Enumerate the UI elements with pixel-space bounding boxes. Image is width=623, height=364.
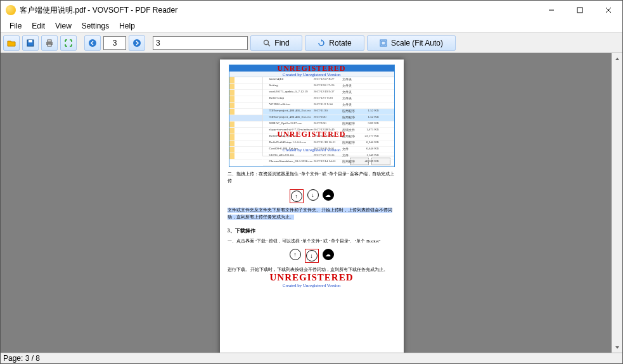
menu-view[interactable]: View (50, 21, 77, 31)
maximize-button[interactable] (565, 1, 594, 20)
doc-paragraph: 一、点击界面 "下载" 按钮，可以选择 "单个文件" 或 "单个目录"、"单个 … (228, 238, 396, 245)
find-button[interactable]: Find (250, 35, 302, 51)
rotate-icon (318, 39, 325, 47)
minimize-button[interactable] (537, 1, 565, 20)
arrow-left-icon (89, 39, 96, 47)
next-page-button[interactable] (129, 35, 145, 51)
app-window: 客户端使用说明.pdf - VOVSOFT - PDF Reader File … (0, 0, 623, 364)
print-button[interactable] (41, 35, 58, 51)
scroll-up-button[interactable] (612, 53, 622, 64)
folder-open-icon (7, 39, 16, 47)
rotate-label: Rotate (329, 39, 351, 47)
find-input[interactable] (153, 36, 248, 50)
highlighted-text: 文件或文件夹及文件夹下所有文件和子文件夹。 (228, 208, 321, 213)
titlebar: 客户端使用说明.pdf - VOVSOFT - PDF Reader (1, 1, 622, 20)
prev-page-button[interactable] (84, 35, 101, 51)
file-row: Setting2017/12/8 17:20文件夹 (263, 84, 394, 90)
file-row: YCNSK-x64.iso2017/11/2 9:54文件夹 (263, 103, 394, 109)
file-row: launch4jEd2017/12/27 8:27文件夹 (263, 77, 394, 84)
menu-settings[interactable]: Settings (77, 21, 114, 31)
menu-file[interactable]: File (4, 21, 27, 31)
rotate-button[interactable]: Rotate (305, 35, 364, 51)
file-row: Cb70b_495.201.iso2017/7/27 10:35文件1,140 … (263, 153, 394, 160)
watermark-sub: Created by Unregistered Version (225, 283, 399, 288)
fit-icon (65, 39, 72, 47)
svg-point-9 (89, 39, 96, 47)
find-label: Find (274, 39, 289, 47)
menu-edit[interactable]: Edit (27, 21, 50, 31)
section-heading: 3、下载操作 (228, 227, 396, 234)
watermark: UNREGISTERED (225, 272, 399, 283)
menu-help[interactable]: Help (114, 21, 140, 31)
svg-rect-7 (48, 40, 51, 42)
svg-point-11 (264, 40, 269, 44)
save-button[interactable] (22, 35, 39, 51)
printer-icon (46, 39, 53, 47)
document-viewport[interactable]: UNREGISTERED Created by Unregistered Ver… (1, 53, 622, 353)
fit-button[interactable] (60, 35, 77, 51)
svg-rect-14 (382, 41, 385, 45)
scale-label: Scale (Fit Auto) (391, 39, 443, 47)
file-row: Redis-setup2017/12/7 9:20文件夹 (263, 96, 394, 103)
download-icons: ↑ ↓ ☁ (225, 249, 399, 263)
file-row: ChromeStandalone_63.0.3236.exe2017/12/14… (263, 160, 394, 166)
doc-paragraph: 文件或文件夹及文件夹下所有文件和子文件夹。 开始上传时，上传列表按钮会不停闪动，… (228, 207, 396, 221)
explorer-file-list: launch4jEd2017/12/27 8:27文件夹Setting2017/… (263, 77, 394, 156)
file-row: RedisNet64Setup-1.5.0.0.exe2017/11/18 10… (263, 141, 394, 147)
page-status: Page: 3 / 8 (3, 354, 40, 363)
doc-paragraph: 二、拖拽上传：在资源浏览器里拖住 "单个文件" 或 "单个目录" 至客户端，自动… (228, 171, 396, 185)
file-row: SSMAP_OptGo.2017.exe2017/9/30应用程序3.82 KB (263, 122, 394, 128)
page-number-input[interactable] (103, 36, 126, 50)
floppy-icon (27, 39, 34, 47)
svg-rect-5 (29, 40, 32, 42)
app-icon (6, 5, 16, 15)
file-row: T3Plus-project_486 466_Ext.exe2017/9/30应… (263, 115, 394, 122)
file-row: RedisNet64_2_8.7.exe2017/5/15 15:03应用程序2… (263, 134, 394, 141)
file-row: T3Plus-project_486 466_Ext.exe2017/11/30… (263, 109, 394, 115)
scale-button[interactable]: Scale (Fit Auto) (367, 35, 456, 51)
embedded-screenshot: UNREGISTERED Created by Unregistered Ver… (229, 65, 395, 167)
explorer-nav (229, 77, 263, 156)
pdf-page: UNREGISTERED Created by Unregistered Ver… (220, 60, 404, 353)
scroll-track[interactable] (612, 64, 622, 342)
close-button[interactable] (594, 1, 622, 20)
svg-rect-8 (48, 44, 51, 46)
window-title: 客户端使用说明.pdf - VOVSOFT - PDF Reader (20, 5, 537, 16)
file-row: CentOS-6.486_Ext.iso2017/10/11 8:01文件6,0… (263, 147, 394, 153)
vertical-scrollbar[interactable] (612, 53, 622, 353)
svg-rect-1 (577, 8, 582, 13)
arrow-right-icon (133, 39, 141, 47)
file-row: work20171_update_0_7.12.192017/12/19 9:3… (263, 90, 394, 96)
scale-icon (380, 39, 387, 47)
menu-bar: File Edit View Settings Help (1, 20, 622, 32)
open-button[interactable] (3, 35, 20, 51)
search-icon (263, 39, 271, 47)
svg-point-10 (133, 39, 141, 47)
upload-icons: ↑ ↓ ☁ (225, 189, 399, 203)
status-bar: Page: 3 / 8 (1, 353, 622, 363)
file-row: skype-for-amd-rj-7-7.35-windows-x64.zip2… (263, 128, 394, 134)
svg-line-12 (268, 44, 270, 46)
toolbar: Find Rotate Scale (Fit Auto) (1, 32, 622, 54)
scroll-down-button[interactable] (612, 342, 622, 353)
